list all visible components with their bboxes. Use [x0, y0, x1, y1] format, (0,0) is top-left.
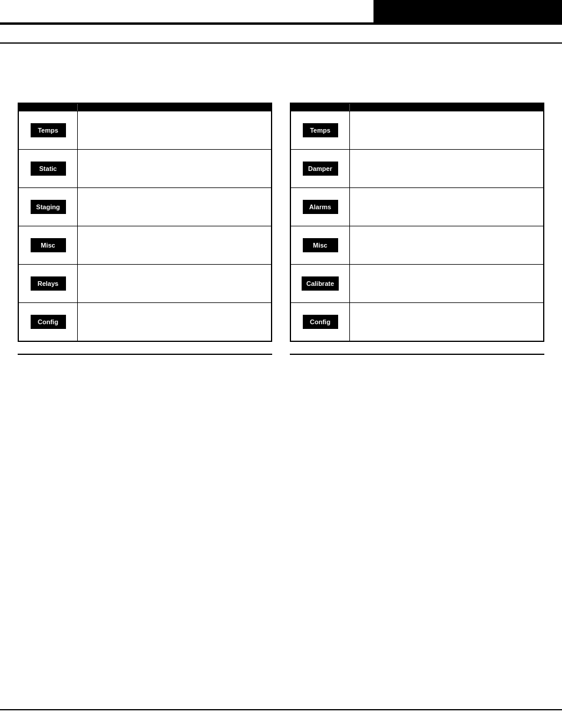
description-area — [18, 55, 544, 91]
footer-separator — [0, 709, 562, 710]
right-text-col-3 — [350, 226, 543, 264]
left-menu-btn-config[interactable]: Config — [31, 315, 66, 329]
right-table-row: Temps — [291, 111, 543, 149]
left-btn-col-1: Static — [19, 150, 78, 187]
header-right — [373, 0, 562, 24]
right-text-col-4 — [350, 265, 543, 302]
top-header — [0, 0, 562, 25]
left-text-col-4 — [78, 265, 271, 302]
content-area: TempsStaticStagingMiscRelaysConfig Temps… — [0, 44, 562, 373]
left-col-desc-header — [78, 104, 271, 111]
right-menu-table: TempsDamperAlarmsMiscCalibrateConfig — [290, 103, 544, 342]
right-table-row: Misc — [291, 226, 543, 264]
left-text-col-0 — [78, 111, 271, 149]
left-text-col-3 — [78, 226, 271, 264]
left-table-row: Staging — [19, 187, 271, 226]
right-btn-col-2: Alarms — [291, 188, 350, 226]
left-table-row: Temps — [19, 111, 271, 149]
left-menu-btn-temps[interactable]: Temps — [31, 123, 66, 137]
left-col-name-header — [19, 104, 78, 111]
right-menu-btn-calibrate[interactable]: Calibrate — [302, 276, 339, 291]
right-btn-col-4: Calibrate — [291, 265, 350, 302]
right-text-col-2 — [350, 188, 543, 226]
left-menu-btn-misc[interactable]: Misc — [31, 238, 66, 252]
right-text-col-0 — [350, 111, 543, 149]
left-menu-btn-relays[interactable]: Relays — [31, 276, 66, 291]
right-table-row: Damper — [291, 149, 543, 187]
left-menu-table: TempsStaticStagingMiscRelaysConfig — [18, 103, 272, 342]
right-menu-btn-temps[interactable]: Temps — [303, 123, 338, 137]
left-text-col-2 — [78, 188, 271, 226]
left-table-header — [19, 104, 271, 111]
right-col-name-header — [291, 104, 350, 111]
left-btn-col-4: Relays — [19, 265, 78, 302]
page-wrapper: TempsStaticStagingMiscRelaysConfig Temps… — [0, 0, 562, 728]
right-col-desc-header — [350, 104, 543, 111]
left-text-col-1 — [78, 150, 271, 187]
right-btn-col-1: Damper — [291, 150, 350, 187]
right-table-row: Config — [291, 302, 543, 341]
left-separator — [18, 354, 272, 355]
tables-container: TempsStaticStagingMiscRelaysConfig Temps… — [18, 103, 544, 342]
right-table-body: TempsDamperAlarmsMiscCalibrateConfig — [291, 111, 543, 341]
left-table-row: Static — [19, 149, 271, 187]
left-table-row: Misc — [19, 226, 271, 264]
right-text-col-5 — [350, 303, 543, 341]
right-btn-col-3: Misc — [291, 226, 350, 264]
left-table-row: Config — [19, 302, 271, 341]
left-menu-btn-static[interactable]: Static — [31, 162, 66, 176]
right-table-row: Alarms — [291, 187, 543, 226]
left-btn-col-2: Staging — [19, 188, 78, 226]
left-table-body: TempsStaticStagingMiscRelaysConfig — [19, 111, 271, 341]
header-left — [0, 0, 373, 24]
left-btn-col-0: Temps — [19, 111, 78, 149]
right-menu-btn-damper[interactable]: Damper — [303, 162, 338, 176]
right-btn-col-0: Temps — [291, 111, 350, 149]
right-menu-btn-misc[interactable]: Misc — [303, 238, 338, 252]
right-btn-col-5: Config — [291, 303, 350, 341]
left-menu-btn-staging[interactable]: Staging — [31, 200, 66, 214]
right-menu-btn-config[interactable]: Config — [303, 315, 338, 329]
section-separator — [18, 354, 544, 355]
right-menu-btn-alarms[interactable]: Alarms — [303, 200, 338, 214]
left-table-row: Relays — [19, 264, 271, 302]
left-btn-col-5: Config — [19, 303, 78, 341]
right-separator — [290, 354, 544, 355]
left-text-col-5 — [78, 303, 271, 341]
right-table-header — [291, 104, 543, 111]
right-table-row: Calibrate — [291, 264, 543, 302]
right-text-col-1 — [350, 150, 543, 187]
left-btn-col-3: Misc — [19, 226, 78, 264]
sub-header — [0, 25, 562, 44]
